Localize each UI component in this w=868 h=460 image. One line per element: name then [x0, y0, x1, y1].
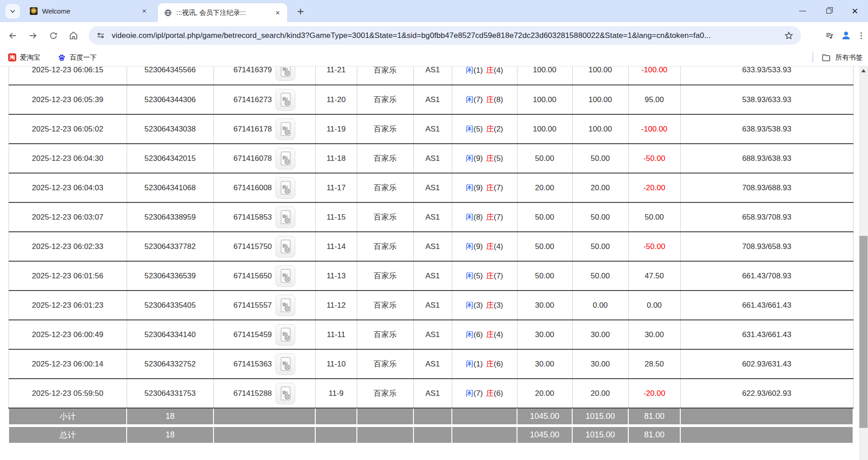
cell-bet-time: 2025-12-23 06:05:02 — [9, 114, 127, 144]
profile-avatar-icon — [840, 30, 852, 41]
cell-win-loss: 28.50 — [628, 349, 680, 379]
cell-valid-amount: 100.00 — [572, 66, 628, 85]
forward-arrow-icon — [28, 31, 38, 41]
close-icon: ✕ — [851, 7, 858, 15]
cell-note-id: 523064338959 — [127, 202, 213, 232]
cell-note-id: 523064337782 — [127, 232, 213, 261]
summary-winloss-total: 81.00 — [628, 408, 680, 426]
url-text[interactable]: videoie.com/ipl/portal.php/game/betrecor… — [112, 31, 784, 40]
back-arrow-icon — [8, 31, 18, 41]
scrollbar-thumb[interactable] — [859, 236, 868, 428]
game-id-text: 671415650 — [233, 272, 272, 281]
cell-account: AS1 — [413, 66, 452, 85]
minimize-button[interactable] — [789, 0, 816, 22]
menu-button[interactable] — [854, 27, 868, 44]
address-bar[interactable]: videoie.com/ipl/portal.php/game/betrecor… — [89, 26, 801, 45]
video-replay-button[interactable] — [275, 295, 295, 316]
cell-win-loss: -100.00 — [628, 114, 680, 144]
scroll-up-arrow-icon[interactable] — [861, 69, 866, 72]
video-replay-button[interactable] — [275, 236, 295, 258]
video-replay-button[interactable] — [275, 89, 295, 111]
cell-bet-time: 2025-12-23 06:03:07 — [9, 202, 127, 232]
video-replay-button[interactable] — [275, 265, 295, 287]
tab-close-icon[interactable]: ✕ — [139, 6, 149, 16]
video-replay-button[interactable] — [275, 383, 295, 404]
player-label: 闲 — [466, 389, 474, 398]
cell-note-id: 523064344306 — [127, 85, 213, 114]
restore-button[interactable] — [816, 0, 842, 22]
cell-bet-amount: 30.00 — [517, 349, 572, 379]
cell-result: 闲(5)庄(7) — [452, 261, 517, 291]
cell-game-name: 百家乐 — [357, 144, 413, 173]
close-button[interactable]: ✕ — [842, 0, 868, 22]
banker-label: 庄 — [486, 272, 494, 280]
new-tab-button[interactable] — [294, 5, 307, 18]
bookmark-star-icon[interactable] — [784, 31, 794, 41]
cell-valid-amount: 0.00 — [572, 291, 628, 320]
back-button[interactable] — [4, 27, 21, 44]
tab-bet-record[interactable]: :::视讯, 会员下注纪录::: ✕ — [158, 3, 287, 22]
all-bookmarks[interactable]: 所有书签 — [812, 52, 863, 62]
cell-valid-amount: 50.00 — [572, 202, 628, 232]
cell-account: AS1 — [413, 173, 452, 202]
cell-result: 闲(3)庄(3) — [452, 291, 517, 320]
game-id-text: 671416178 — [233, 125, 272, 134]
cell-note-id: 523064341068 — [127, 173, 213, 202]
video-file-icon — [279, 151, 293, 166]
video-replay-button[interactable] — [275, 207, 295, 228]
cell-account: AS1 — [413, 349, 452, 379]
profile-button[interactable] — [838, 27, 854, 44]
cell-note-id: 523064345566 — [127, 66, 213, 85]
media-controls-button[interactable] — [821, 27, 838, 44]
vertical-scrollbar[interactable] — [859, 66, 868, 460]
bet-record-row: 2025-12-23 06:00:49 523064334140 6714154… — [9, 320, 853, 349]
cell-note-id: 523064331753 — [127, 379, 213, 408]
video-replay-button[interactable] — [275, 353, 295, 375]
tab-close-icon[interactable]: ✕ — [273, 8, 283, 18]
cell-balance: 631.43/661.43 — [680, 320, 853, 349]
window-controls: ✕ — [789, 0, 868, 22]
banker-label: 庄 — [486, 183, 494, 192]
cell-win-loss: 30.00 — [628, 320, 680, 349]
cell-win-loss: -20.00 — [628, 379, 680, 408]
reload-button[interactable] — [45, 27, 62, 44]
reload-icon — [48, 31, 58, 41]
cell-round: 11-18 — [315, 144, 357, 173]
video-file-icon — [279, 357, 293, 372]
home-button[interactable] — [65, 27, 82, 44]
summary-count: 18 — [127, 426, 213, 443]
cell-bet-time: 2025-12-23 06:00:14 — [9, 349, 127, 379]
video-replay-button[interactable] — [275, 66, 295, 81]
cell-result: 闲(7)庄(8) — [452, 85, 517, 114]
cell-result: 闲(9)庄(4) — [452, 232, 517, 261]
cell-valid-amount: 100.00 — [572, 114, 628, 144]
cell-account: AS1 — [413, 232, 452, 261]
cell-account: AS1 — [413, 379, 452, 408]
site-info-icon[interactable] — [96, 31, 105, 40]
banker-label: 庄 — [486, 389, 494, 398]
video-file-icon — [279, 180, 293, 196]
video-replay-button[interactable] — [275, 118, 295, 140]
cell-bet-amount: 100.00 — [517, 66, 572, 85]
summary-valid-total: 1015.00 — [572, 426, 628, 443]
video-file-icon — [279, 210, 293, 225]
titlebar: Welcome ✕ :::视讯, 会员下注纪录::: ✕ ✕ — [0, 0, 868, 22]
bookmarks-divider — [812, 52, 813, 62]
video-replay-button[interactable] — [275, 148, 295, 169]
bet-record-row: 2025-12-23 06:03:07 523064338959 6714158… — [9, 202, 853, 232]
tab-welcome[interactable]: Welcome ✕ — [24, 0, 154, 22]
cell-game-name: 百家乐 — [357, 232, 413, 261]
video-replay-button[interactable] — [275, 177, 295, 199]
bet-record-table: 2025-12-23 06:06:15 523064345566 6714163… — [8, 66, 854, 444]
cell-balance: 633.93/533.93 — [680, 66, 853, 85]
bookmark-baidu[interactable]: du 百度一下 — [54, 51, 100, 64]
cell-valid-amount: 30.00 — [572, 349, 628, 379]
video-replay-button[interactable] — [275, 324, 295, 346]
bookmark-aitaobao[interactable]: 淘 爱淘宝 — [5, 51, 44, 64]
forward-button[interactable] — [24, 27, 41, 44]
folder-icon — [821, 53, 831, 62]
cell-balance: 638.93/538.93 — [680, 114, 853, 144]
cell-win-loss: -100.00 — [628, 66, 680, 85]
cell-game-name: 百家乐 — [357, 320, 413, 349]
tab-search-button[interactable] — [5, 4, 20, 19]
